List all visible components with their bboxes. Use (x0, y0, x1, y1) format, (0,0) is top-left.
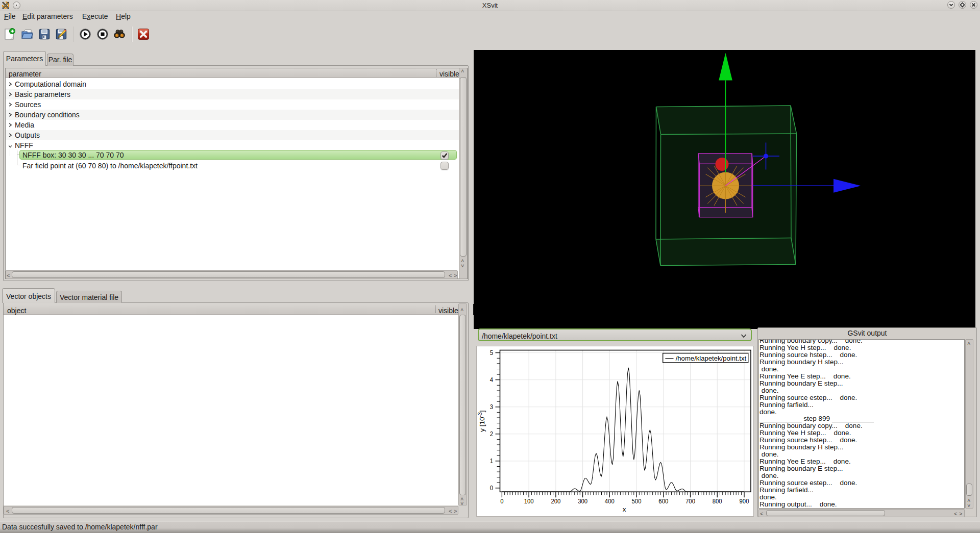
svg-text:/home/klapetek/point.txt: /home/klapetek/point.txt (676, 354, 747, 362)
svg-text:2: 2 (490, 430, 493, 438)
svg-text:700: 700 (685, 497, 695, 505)
svg-text:400: 400 (605, 497, 615, 505)
svg-text:100: 100 (524, 497, 534, 505)
svg-text:300: 300 (578, 497, 587, 505)
svg-text:900: 900 (740, 497, 749, 505)
svg-text:1: 1 (490, 457, 493, 465)
svg-text:3: 3 (490, 403, 493, 411)
svg-text:x: x (623, 505, 626, 513)
svg-text:0: 0 (500, 497, 503, 505)
svg-text:y [10-3]: y [10-3] (477, 410, 486, 432)
svg-text:600: 600 (658, 497, 668, 505)
svg-text:4: 4 (490, 376, 494, 384)
svg-text:5: 5 (490, 349, 493, 357)
svg-text:800: 800 (713, 497, 722, 505)
svg-text:0: 0 (490, 484, 493, 492)
svg-text:200: 200 (551, 497, 560, 505)
svg-text:500: 500 (632, 497, 642, 505)
